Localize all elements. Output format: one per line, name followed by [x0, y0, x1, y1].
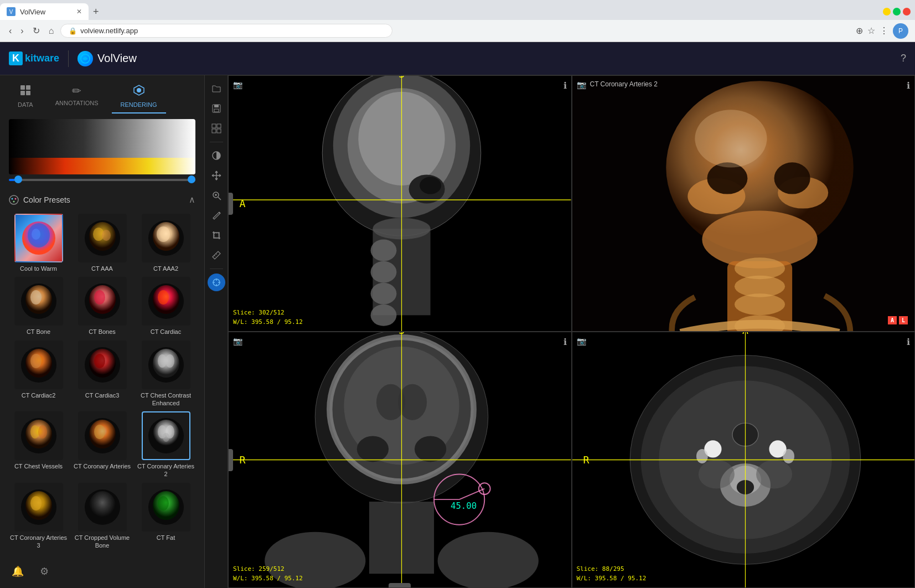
preset-ct-coronary-arteries3[interactable]: CT Coronary Arteries 3 — [9, 483, 68, 550]
ct-fat-thumbnail — [147, 488, 185, 527]
draw-btn[interactable] — [208, 207, 225, 224]
preset-ct-aaa-label: CT AAA — [91, 265, 113, 272]
open-folder-btn[interactable] — [208, 80, 225, 97]
preset-ct-cardiac-label: CT Cardiac — [151, 328, 181, 336]
tab-rendering[interactable]: RENDERING — [112, 80, 166, 114]
viewport-bottom-left: 📷 ℹ — [228, 332, 572, 588]
url-bar[interactable]: 🔒 volview.netlify.app — [60, 24, 392, 38]
wl-info-bl: W/L: 395.58 / 95.12 — [233, 574, 303, 584]
toolbar-divider-1 — [210, 142, 223, 142]
scroll-indicator-bl[interactable] — [229, 449, 233, 471]
slider-thumb-right[interactable] — [188, 176, 195, 183]
viewport-top-left: 📷 ℹ — [228, 75, 572, 332]
preset-ct-cropped-volume-bone[interactable]: CT Cropped Volume Bone — [73, 483, 132, 550]
preset-ct-cardiac2[interactable]: CT Cardiac2 — [9, 341, 68, 408]
viewports-grid: 📷 ℹ — [228, 75, 915, 588]
screenshot-btn-tr[interactable]: 📷 — [577, 80, 586, 89]
back-btn[interactable]: ‹ — [7, 24, 14, 38]
preset-ct-coronary-arteries[interactable]: CT Coronary Arteries — [73, 411, 132, 478]
preset-ct-cardiac3[interactable]: CT Cardiac3 — [73, 341, 132, 408]
preset-ct-fat[interactable]: CT Fat — [136, 483, 195, 550]
extensions-btn[interactable]: ⊕ — [856, 25, 863, 36]
info-btn-bl[interactable]: ℹ — [564, 337, 567, 347]
win-max-btn[interactable] — [893, 8, 901, 16]
preset-ct-chest-vessels-label: CT Chest Vessels — [14, 462, 63, 470]
preset-ct-coronary2-label: CT Coronary Arteries 2 — [136, 462, 195, 478]
preset-ct-aaa2[interactable]: CT AAA2 — [136, 214, 195, 272]
crop-btn[interactable] — [208, 226, 225, 244]
preset-ct-aaa[interactable]: CT AAA — [73, 214, 132, 272]
ct-sagittal-svg: S A — [229, 76, 571, 331]
svg-point-109 — [695, 110, 767, 167]
save-btn[interactable] — [208, 100, 225, 117]
svg-rect-3 — [20, 91, 25, 95]
crosshair-btn[interactable] — [208, 274, 225, 291]
browser-menu-btn[interactable]: ⋮ — [880, 25, 888, 36]
scroll-indicator-bottom-bl[interactable] — [389, 583, 411, 587]
screenshot-btn-bl[interactable]: 📷 — [233, 337, 242, 345]
wl-info-br: W/L: 395.58 / 95.12 — [577, 574, 647, 584]
svg-text:S: S — [399, 332, 405, 336]
tab-bar: V VolView ✕ + — [0, 0, 915, 20]
settings-btn[interactable]: ⚙ — [35, 563, 53, 580]
preset-ct-chest-contrast[interactable]: CT Chest Contrast Enhanced — [136, 341, 195, 408]
ct-bone-thumbnail — [19, 282, 58, 321]
svg-point-29 — [158, 290, 169, 305]
info-btn-br[interactable]: ℹ — [907, 337, 910, 347]
window-controls — [883, 8, 915, 16]
preset-ct-fat-label: CT Fat — [157, 534, 175, 541]
svg-point-116 — [398, 384, 427, 420]
tab-favicon: V — [7, 7, 15, 16]
screenshot-btn-tl[interactable]: 📷 — [233, 80, 242, 89]
svg-text:R: R — [240, 454, 246, 466]
slice-info-bl: Slice: 259/512 — [233, 565, 303, 574]
preset-ct-coronary-arteries2[interactable]: CT Coronary Arteries 2 — [136, 411, 195, 478]
win-close-btn[interactable] — [903, 8, 911, 16]
ruler-btn[interactable] — [208, 246, 225, 264]
active-tab[interactable]: V VolView ✕ — [0, 3, 89, 20]
svg-rect-1 — [20, 85, 25, 90]
preset-ct-bone[interactable]: CT Bone — [9, 277, 68, 336]
svg-point-103 — [774, 162, 810, 194]
slider-thumb-left[interactable] — [14, 176, 22, 183]
viewport-bl-slice-info: Slice: 259/512 W/L: 395.58 / 95.12 — [233, 565, 303, 583]
slice-info-br: Slice: 88/295 — [577, 565, 647, 574]
reload-btn[interactable]: ↻ — [30, 23, 42, 38]
zoom-btn[interactable] — [208, 187, 225, 204]
kitware-label: kitware — [25, 53, 59, 64]
slider-track[interactable] — [9, 179, 195, 181]
new-tab-btn[interactable]: + — [89, 4, 104, 20]
app: K kitware VolView ? — [0, 42, 915, 588]
screenshot-btn-br[interactable]: 📷 — [577, 337, 586, 345]
profile-icon[interactable]: P — [893, 23, 908, 39]
tab-data[interactable]: DATA — [9, 80, 42, 114]
info-btn-tl[interactable]: ℹ — [564, 80, 567, 91]
info-btn-tr[interactable]: ℹ — [907, 80, 910, 91]
tab-annotations[interactable]: ✏ ANNOTATIONS — [46, 80, 107, 114]
layout-btn[interactable] — [208, 120, 225, 137]
preset-ct-chest-vessels[interactable]: CT Chest Vessels — [9, 411, 68, 478]
preset-ct-cardiac[interactable]: CT Cardiac — [136, 277, 195, 336]
notification-btn[interactable]: 🔔 — [9, 563, 27, 580]
bookmark-btn[interactable]: ☆ — [867, 25, 875, 36]
win-min-btn[interactable] — [883, 8, 891, 16]
collapse-presets-btn[interactable]: ∧ — [189, 194, 195, 205]
scroll-indicator-left[interactable] — [229, 193, 233, 215]
svg-point-92 — [371, 305, 397, 326]
preset-cool-to-warm[interactable]: Cool to Warm — [9, 214, 68, 272]
home-btn[interactable]: ⌂ — [46, 24, 56, 38]
section-title: Color Presets — [9, 195, 70, 205]
contrast-btn[interactable] — [208, 147, 225, 164]
help-btn[interactable]: ? — [901, 53, 906, 64]
left-panel-content: Color Presets ∧ — [0, 114, 204, 588]
ct-cropped-thumbnail — [83, 488, 122, 527]
svg-rect-66 — [217, 129, 221, 133]
svg-point-35 — [94, 354, 105, 368]
svg-point-10 — [13, 200, 15, 202]
pan-btn[interactable] — [208, 167, 225, 184]
tab-close-btn[interactable]: ✕ — [76, 8, 82, 16]
preset-ct-coronary-label: CT Coronary Arteries — [74, 462, 131, 470]
svg-rect-61 — [214, 105, 219, 107]
forward-btn[interactable]: › — [18, 24, 25, 38]
preset-ct-bones[interactable]: CT Bones — [73, 277, 132, 336]
